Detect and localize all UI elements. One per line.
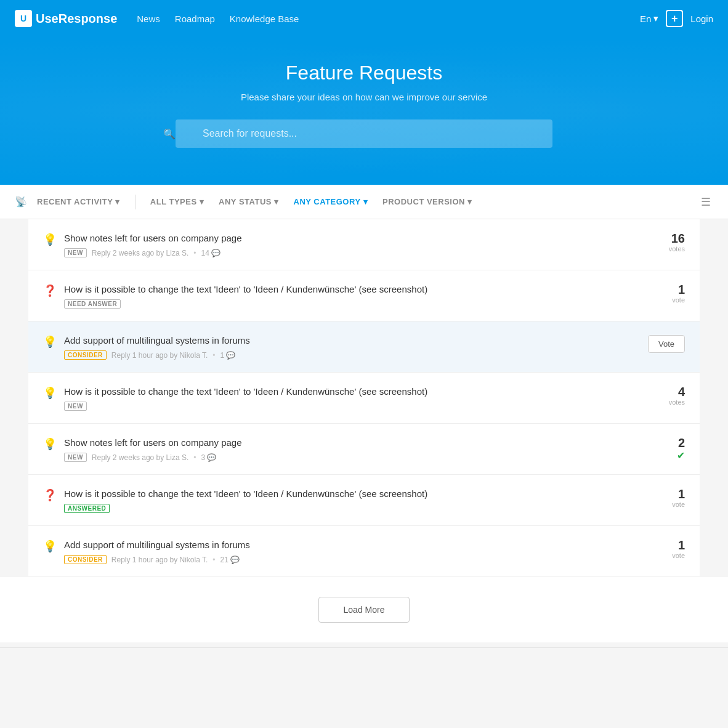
votes-label: votes xyxy=(648,398,685,406)
filter-all-types[interactable]: ALL TYPES ▾ xyxy=(145,193,209,210)
hero-subtitle: Please share your ideas on how can we im… xyxy=(15,92,713,102)
item-body: Show notes left for users on company pag… xyxy=(64,232,641,257)
comment-icon: 💬 xyxy=(207,453,216,462)
language-selector[interactable]: En ▾ xyxy=(640,13,658,24)
chevron-down-icon: ▾ xyxy=(115,197,120,206)
item-title[interactable]: Show notes left for users on company pag… xyxy=(64,232,641,245)
nav-knowledge-base[interactable]: Knowledge Base xyxy=(230,14,299,24)
item-type-icon: 💡 xyxy=(43,233,57,246)
chevron-down-icon: ▾ xyxy=(363,197,368,206)
filter-any-status[interactable]: ANY STATUS ▾ xyxy=(214,193,283,210)
item-votes: 2 ✔ xyxy=(648,436,685,461)
item-votes: 1 vote xyxy=(648,283,685,304)
item-count: 21 💬 xyxy=(220,556,240,564)
filters-bar: 📡 RECENT ACTIVITY ▾ ALL TYPES ▾ ANY STAT… xyxy=(0,185,728,219)
comment-icon: 💬 xyxy=(230,556,240,564)
item-votes: 1 vote xyxy=(648,487,685,508)
item-meta-text: Reply 1 hour ago by Nikola T. xyxy=(111,556,208,564)
status-badge: NEED ANSWER xyxy=(64,299,121,309)
logo-icon: U xyxy=(15,10,32,27)
item-meta: NEW Reply 2 weeks ago by Liza S.• 14 💬 xyxy=(64,248,641,257)
navbar: U UseResponse News Roadmap Knowledge Bas… xyxy=(0,0,728,37)
votes-label: vote xyxy=(648,552,685,559)
list-item: ❓ How is it possible to change the text … xyxy=(28,270,700,322)
voted-checkmark: ✔ xyxy=(648,450,685,461)
list-item: 💡 How is it possible to change the text … xyxy=(28,373,700,424)
status-badge: CONSIDER xyxy=(64,555,107,564)
item-votes: 1 vote xyxy=(648,538,685,559)
feed-list: 💡 Show notes left for users on company p… xyxy=(28,219,700,577)
chevron-down-icon: ▾ xyxy=(653,13,658,24)
search-icon: 🔍 xyxy=(163,128,176,140)
nav-roadmap[interactable]: Roadmap xyxy=(175,14,215,24)
item-body: How is it possible to change the text 'I… xyxy=(64,283,641,309)
meta-dot: • xyxy=(212,556,215,564)
votes-label: vote xyxy=(648,501,685,508)
item-meta-text: Reply 2 weeks ago by Liza S. xyxy=(92,249,188,257)
votes-number: 1 xyxy=(648,283,685,296)
load-more-section: Load More xyxy=(0,577,728,642)
status-badge: NEW xyxy=(64,453,87,462)
item-body: Show notes left for users on company pag… xyxy=(64,436,641,462)
item-title[interactable]: Add support of multilingual systems in f… xyxy=(64,538,641,551)
item-votes: 4 votes xyxy=(648,385,685,406)
item-title[interactable]: Show notes left for users on company pag… xyxy=(64,436,641,449)
votes-number: 2 xyxy=(648,436,685,450)
list-item: 💡 Add support of multilingual systems in… xyxy=(28,322,700,373)
item-meta: CONSIDER Reply 1 hour ago by Nikola T.• … xyxy=(64,555,641,564)
brand-logo[interactable]: U UseResponse xyxy=(15,10,117,27)
brand-name: UseResponse xyxy=(36,12,117,26)
item-count: 14 💬 xyxy=(201,249,220,257)
status-badge: NEW xyxy=(64,248,87,257)
item-votes: Vote xyxy=(648,334,685,353)
status-badge: CONSIDER xyxy=(64,350,107,360)
item-type-icon: 💡 xyxy=(43,437,57,451)
list-item: 💡 Show notes left for users on company p… xyxy=(28,424,700,475)
item-body: How is it possible to change the text 'I… xyxy=(64,487,641,513)
page-title: Feature Requests xyxy=(15,62,713,84)
item-type-icon: ❓ xyxy=(43,488,57,502)
search-input[interactable] xyxy=(176,119,552,148)
item-meta: CONSIDER Reply 1 hour ago by Nikola T.• … xyxy=(64,350,641,360)
item-title[interactable]: How is it possible to change the text 'I… xyxy=(64,487,641,500)
comment-icon: 💬 xyxy=(211,249,220,257)
filter-divider xyxy=(135,195,135,209)
item-type-icon: 💡 xyxy=(43,335,57,349)
add-button[interactable]: + xyxy=(666,10,683,27)
votes-number: 1 xyxy=(648,487,685,501)
filter-any-category[interactable]: ANY CATEGORY ▾ xyxy=(289,193,373,210)
item-title[interactable]: How is it possible to change the text 'I… xyxy=(64,283,641,296)
item-body: Add support of multilingual systems in f… xyxy=(64,538,641,564)
item-meta-text: Reply 1 hour ago by Nikola T. xyxy=(111,351,208,360)
login-button[interactable]: Login xyxy=(690,14,713,24)
status-badge: NEW xyxy=(64,402,87,411)
filter-recent-activity[interactable]: RECENT ACTIVITY ▾ xyxy=(32,193,125,210)
item-meta: ANSWERED xyxy=(64,504,641,513)
vote-button[interactable]: Vote xyxy=(648,335,685,353)
item-meta: NEW xyxy=(64,402,641,411)
item-body: How is it possible to change the text 'I… xyxy=(64,385,641,411)
item-type-icon: 💡 xyxy=(43,386,57,400)
meta-dot: • xyxy=(193,249,196,257)
item-meta-text: Reply 2 weeks ago by Liza S. xyxy=(92,453,188,462)
comment-icon: 💬 xyxy=(226,351,235,360)
load-more-button[interactable]: Load More xyxy=(318,597,410,623)
nav-news[interactable]: News xyxy=(137,14,160,24)
filter-product-version[interactable]: PRODUCT VERSION ▾ xyxy=(378,193,477,210)
item-body: Add support of multilingual systems in f… xyxy=(64,334,641,360)
nav-links: News Roadmap Knowledge Base xyxy=(137,14,640,24)
footer-divider xyxy=(0,647,728,648)
item-title[interactable]: How is it possible to change the text 'I… xyxy=(64,385,641,398)
hero-section: Feature Requests Please share your ideas… xyxy=(0,37,728,185)
grid-view-button[interactable]: ☰ xyxy=(698,193,713,211)
list-item: 💡 Show notes left for users on company p… xyxy=(28,219,700,270)
search-wrapper: 🔍 xyxy=(155,119,573,148)
rss-icon: 📡 xyxy=(15,196,27,208)
item-title[interactable]: Add support of multilingual systems in f… xyxy=(64,334,641,347)
votes-label: votes xyxy=(648,245,685,253)
chevron-down-icon: ▾ xyxy=(200,197,204,206)
meta-dot: • xyxy=(212,351,215,360)
chevron-down-icon: ▾ xyxy=(274,197,279,206)
nav-right: En ▾ + Login xyxy=(640,10,713,27)
status-badge: ANSWERED xyxy=(64,504,110,513)
